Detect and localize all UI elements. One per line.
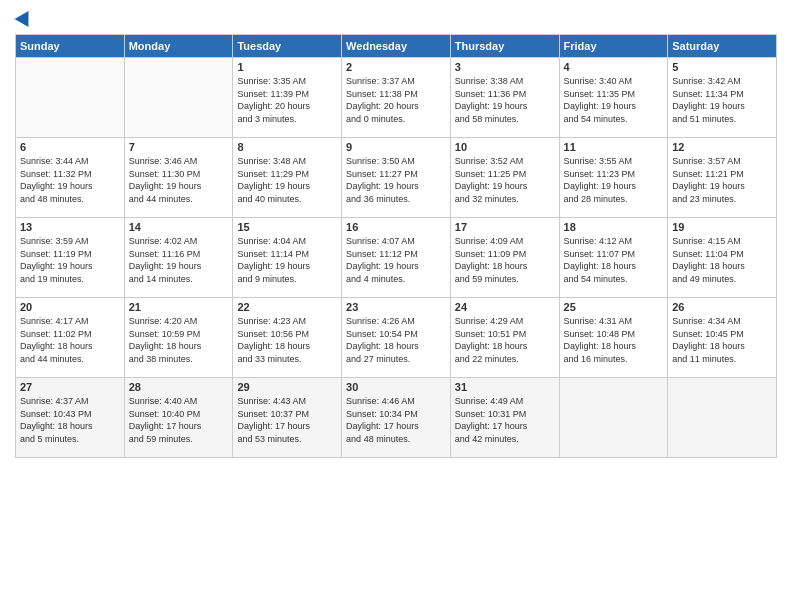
calendar-cell: 5Sunrise: 3:42 AM Sunset: 11:34 PM Dayli… bbox=[668, 58, 777, 138]
day-number: 28 bbox=[129, 381, 229, 393]
day-number: 25 bbox=[564, 301, 664, 313]
logo bbox=[15, 10, 33, 26]
calendar-cell: 26Sunrise: 4:34 AM Sunset: 10:45 PM Dayl… bbox=[668, 298, 777, 378]
day-info: Sunrise: 4:43 AM Sunset: 10:37 PM Daylig… bbox=[237, 395, 337, 445]
day-number: 11 bbox=[564, 141, 664, 153]
day-info: Sunrise: 4:02 AM Sunset: 11:16 PM Daylig… bbox=[129, 235, 229, 285]
column-header-tuesday: Tuesday bbox=[233, 35, 342, 58]
day-number: 17 bbox=[455, 221, 555, 233]
day-info: Sunrise: 3:44 AM Sunset: 11:32 PM Daylig… bbox=[20, 155, 120, 205]
column-header-sunday: Sunday bbox=[16, 35, 125, 58]
day-number: 6 bbox=[20, 141, 120, 153]
day-number: 20 bbox=[20, 301, 120, 313]
calendar-week-2: 6Sunrise: 3:44 AM Sunset: 11:32 PM Dayli… bbox=[16, 138, 777, 218]
day-info: Sunrise: 3:52 AM Sunset: 11:25 PM Daylig… bbox=[455, 155, 555, 205]
day-info: Sunrise: 3:57 AM Sunset: 11:21 PM Daylig… bbox=[672, 155, 772, 205]
calendar-cell: 25Sunrise: 4:31 AM Sunset: 10:48 PM Dayl… bbox=[559, 298, 668, 378]
day-info: Sunrise: 4:49 AM Sunset: 10:31 PM Daylig… bbox=[455, 395, 555, 445]
day-info: Sunrise: 4:04 AM Sunset: 11:14 PM Daylig… bbox=[237, 235, 337, 285]
day-info: Sunrise: 4:34 AM Sunset: 10:45 PM Daylig… bbox=[672, 315, 772, 365]
day-info: Sunrise: 4:46 AM Sunset: 10:34 PM Daylig… bbox=[346, 395, 446, 445]
calendar-cell: 18Sunrise: 4:12 AM Sunset: 11:07 PM Dayl… bbox=[559, 218, 668, 298]
day-number: 30 bbox=[346, 381, 446, 393]
day-info: Sunrise: 3:59 AM Sunset: 11:19 PM Daylig… bbox=[20, 235, 120, 285]
calendar-cell: 14Sunrise: 4:02 AM Sunset: 11:16 PM Dayl… bbox=[124, 218, 233, 298]
calendar-week-5: 27Sunrise: 4:37 AM Sunset: 10:43 PM Dayl… bbox=[16, 378, 777, 458]
day-info: Sunrise: 4:12 AM Sunset: 11:07 PM Daylig… bbox=[564, 235, 664, 285]
calendar-cell: 29Sunrise: 4:43 AM Sunset: 10:37 PM Dayl… bbox=[233, 378, 342, 458]
day-number: 23 bbox=[346, 301, 446, 313]
calendar-cell: 17Sunrise: 4:09 AM Sunset: 11:09 PM Dayl… bbox=[450, 218, 559, 298]
calendar-cell: 24Sunrise: 4:29 AM Sunset: 10:51 PM Dayl… bbox=[450, 298, 559, 378]
day-info: Sunrise: 4:15 AM Sunset: 11:04 PM Daylig… bbox=[672, 235, 772, 285]
calendar-cell: 11Sunrise: 3:55 AM Sunset: 11:23 PM Dayl… bbox=[559, 138, 668, 218]
calendar-week-4: 20Sunrise: 4:17 AM Sunset: 11:02 PM Dayl… bbox=[16, 298, 777, 378]
calendar-cell: 21Sunrise: 4:20 AM Sunset: 10:59 PM Dayl… bbox=[124, 298, 233, 378]
calendar-cell: 9Sunrise: 3:50 AM Sunset: 11:27 PM Dayli… bbox=[342, 138, 451, 218]
day-info: Sunrise: 3:42 AM Sunset: 11:34 PM Daylig… bbox=[672, 75, 772, 125]
day-number: 8 bbox=[237, 141, 337, 153]
day-info: Sunrise: 3:38 AM Sunset: 11:36 PM Daylig… bbox=[455, 75, 555, 125]
column-header-thursday: Thursday bbox=[450, 35, 559, 58]
day-info: Sunrise: 3:40 AM Sunset: 11:35 PM Daylig… bbox=[564, 75, 664, 125]
calendar-cell: 27Sunrise: 4:37 AM Sunset: 10:43 PM Dayl… bbox=[16, 378, 125, 458]
calendar-cell: 23Sunrise: 4:26 AM Sunset: 10:54 PM Dayl… bbox=[342, 298, 451, 378]
day-info: Sunrise: 4:40 AM Sunset: 10:40 PM Daylig… bbox=[129, 395, 229, 445]
day-number: 15 bbox=[237, 221, 337, 233]
day-info: Sunrise: 4:29 AM Sunset: 10:51 PM Daylig… bbox=[455, 315, 555, 365]
day-number: 24 bbox=[455, 301, 555, 313]
day-number: 4 bbox=[564, 61, 664, 73]
day-info: Sunrise: 3:37 AM Sunset: 11:38 PM Daylig… bbox=[346, 75, 446, 125]
calendar-cell: 20Sunrise: 4:17 AM Sunset: 11:02 PM Dayl… bbox=[16, 298, 125, 378]
day-info: Sunrise: 3:35 AM Sunset: 11:39 PM Daylig… bbox=[237, 75, 337, 125]
day-number: 21 bbox=[129, 301, 229, 313]
calendar-cell: 15Sunrise: 4:04 AM Sunset: 11:14 PM Dayl… bbox=[233, 218, 342, 298]
column-header-friday: Friday bbox=[559, 35, 668, 58]
day-number: 19 bbox=[672, 221, 772, 233]
calendar-cell: 7Sunrise: 3:46 AM Sunset: 11:30 PM Dayli… bbox=[124, 138, 233, 218]
day-number: 12 bbox=[672, 141, 772, 153]
day-info: Sunrise: 3:50 AM Sunset: 11:27 PM Daylig… bbox=[346, 155, 446, 205]
calendar-cell: 13Sunrise: 3:59 AM Sunset: 11:19 PM Dayl… bbox=[16, 218, 125, 298]
column-header-saturday: Saturday bbox=[668, 35, 777, 58]
day-number: 27 bbox=[20, 381, 120, 393]
calendar-cell: 22Sunrise: 4:23 AM Sunset: 10:56 PM Dayl… bbox=[233, 298, 342, 378]
day-number: 31 bbox=[455, 381, 555, 393]
day-info: Sunrise: 4:09 AM Sunset: 11:09 PM Daylig… bbox=[455, 235, 555, 285]
day-number: 26 bbox=[672, 301, 772, 313]
calendar-cell bbox=[16, 58, 125, 138]
day-number: 9 bbox=[346, 141, 446, 153]
page: SundayMondayTuesdayWednesdayThursdayFrid… bbox=[0, 0, 792, 612]
column-header-monday: Monday bbox=[124, 35, 233, 58]
day-number: 18 bbox=[564, 221, 664, 233]
calendar-cell: 30Sunrise: 4:46 AM Sunset: 10:34 PM Dayl… bbox=[342, 378, 451, 458]
calendar-cell: 3Sunrise: 3:38 AM Sunset: 11:36 PM Dayli… bbox=[450, 58, 559, 138]
calendar-cell: 6Sunrise: 3:44 AM Sunset: 11:32 PM Dayli… bbox=[16, 138, 125, 218]
day-number: 7 bbox=[129, 141, 229, 153]
day-number: 10 bbox=[455, 141, 555, 153]
day-number: 13 bbox=[20, 221, 120, 233]
day-number: 3 bbox=[455, 61, 555, 73]
calendar-cell: 12Sunrise: 3:57 AM Sunset: 11:21 PM Dayl… bbox=[668, 138, 777, 218]
column-header-wednesday: Wednesday bbox=[342, 35, 451, 58]
calendar-week-1: 1Sunrise: 3:35 AM Sunset: 11:39 PM Dayli… bbox=[16, 58, 777, 138]
calendar-cell: 31Sunrise: 4:49 AM Sunset: 10:31 PM Dayl… bbox=[450, 378, 559, 458]
day-info: Sunrise: 4:26 AM Sunset: 10:54 PM Daylig… bbox=[346, 315, 446, 365]
day-info: Sunrise: 4:23 AM Sunset: 10:56 PM Daylig… bbox=[237, 315, 337, 365]
calendar-cell: 28Sunrise: 4:40 AM Sunset: 10:40 PM Dayl… bbox=[124, 378, 233, 458]
day-info: Sunrise: 4:37 AM Sunset: 10:43 PM Daylig… bbox=[20, 395, 120, 445]
day-info: Sunrise: 4:17 AM Sunset: 11:02 PM Daylig… bbox=[20, 315, 120, 365]
calendar-cell: 4Sunrise: 3:40 AM Sunset: 11:35 PM Dayli… bbox=[559, 58, 668, 138]
calendar-cell bbox=[124, 58, 233, 138]
calendar-table: SundayMondayTuesdayWednesdayThursdayFrid… bbox=[15, 34, 777, 458]
day-number: 16 bbox=[346, 221, 446, 233]
calendar-header-row: SundayMondayTuesdayWednesdayThursdayFrid… bbox=[16, 35, 777, 58]
header bbox=[15, 10, 777, 26]
logo-triangle-icon bbox=[15, 7, 36, 27]
calendar-cell: 8Sunrise: 3:48 AM Sunset: 11:29 PM Dayli… bbox=[233, 138, 342, 218]
day-info: Sunrise: 4:31 AM Sunset: 10:48 PM Daylig… bbox=[564, 315, 664, 365]
calendar-cell bbox=[559, 378, 668, 458]
calendar-cell: 19Sunrise: 4:15 AM Sunset: 11:04 PM Dayl… bbox=[668, 218, 777, 298]
calendar-week-3: 13Sunrise: 3:59 AM Sunset: 11:19 PM Dayl… bbox=[16, 218, 777, 298]
day-number: 14 bbox=[129, 221, 229, 233]
